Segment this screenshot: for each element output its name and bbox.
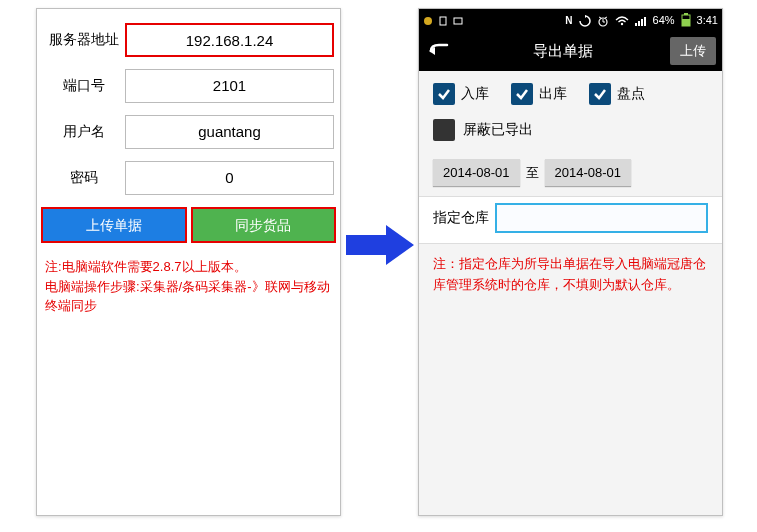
date-from-button[interactable]: 2014-08-01 <box>433 159 520 186</box>
button-row: 上传单据 同步货品 <box>37 201 340 249</box>
svg-line-9 <box>605 17 607 18</box>
input-server[interactable]: 192.168.1.24 <box>125 23 334 57</box>
svg-rect-12 <box>638 21 640 26</box>
check-icon <box>589 83 611 105</box>
input-port[interactable]: 2101 <box>125 69 334 103</box>
back-arrow-icon <box>429 42 451 60</box>
svg-marker-0 <box>346 225 414 265</box>
shield-label: 屏蔽已导出 <box>463 121 533 139</box>
right-phone-export: N 64% 3:41 导出单据 上传 入库 <box>418 8 723 516</box>
svg-point-1 <box>424 17 432 25</box>
row-server: 服务器地址 192.168.1.24 <box>37 9 340 63</box>
date-to-label: 至 <box>526 164 539 182</box>
left-phone-config: 服务器地址 192.168.1.24 端口号 2101 用户名 guantang… <box>36 8 341 516</box>
battery-icon <box>681 13 691 27</box>
row-user: 用户名 guantang <box>37 109 340 155</box>
row-pass: 密码 0 <box>37 155 340 201</box>
check-icon <box>511 83 533 105</box>
status-bar: N 64% 3:41 <box>419 9 722 31</box>
label-port: 端口号 <box>43 77 125 95</box>
unchecked-box-icon <box>433 119 455 141</box>
svg-rect-17 <box>684 13 688 15</box>
upload-bill-button[interactable]: 上传单据 <box>41 207 187 243</box>
checkbox-in-label: 入库 <box>461 85 489 103</box>
checkbox-stock[interactable]: 盘点 <box>589 83 645 105</box>
warehouse-note: 注：指定仓库为所导出单据在导入电脑端冠唐仓库管理系统时的仓库，不填则为默认仓库。 <box>419 244 722 306</box>
upload-button[interactable]: 上传 <box>670 37 716 65</box>
nfc-icon: N <box>565 15 572 26</box>
date-to-button[interactable]: 2014-08-01 <box>545 159 632 186</box>
clock-text: 3:41 <box>697 14 718 26</box>
note-text: 注:电脑端软件需要2.8.7以上版本。 电脑端操作步骤:采集器/条码采集器-》联… <box>37 249 340 324</box>
battery-text: 64% <box>653 14 675 26</box>
svg-rect-16 <box>682 19 690 26</box>
checkbox-in[interactable]: 入库 <box>433 83 489 105</box>
svg-rect-13 <box>641 19 643 26</box>
warehouse-input[interactable] <box>495 203 708 233</box>
label-user: 用户名 <box>43 123 125 141</box>
page-title: 导出单据 <box>455 42 670 61</box>
arrow-icon <box>346 225 414 265</box>
svg-line-8 <box>599 17 601 18</box>
back-button[interactable] <box>425 36 455 66</box>
status-portrait-icon <box>439 14 447 26</box>
sync-goods-button[interactable]: 同步货品 <box>191 207 337 243</box>
checkbox-out-label: 出库 <box>539 85 567 103</box>
svg-rect-11 <box>635 23 637 26</box>
svg-rect-2 <box>440 17 446 25</box>
warehouse-label: 指定仓库 <box>433 209 489 227</box>
checkbox-out[interactable]: 出库 <box>511 83 567 105</box>
input-user[interactable]: guantang <box>125 115 334 149</box>
label-pass: 密码 <box>43 169 125 187</box>
date-row: 2014-08-01 至 2014-08-01 <box>419 149 722 196</box>
alarm-icon <box>597 13 609 26</box>
warehouse-row: 指定仓库 <box>419 197 722 243</box>
svg-point-10 <box>620 23 622 25</box>
checkbox-stock-label: 盘点 <box>617 85 645 103</box>
signal-icon <box>635 14 647 26</box>
svg-rect-14 <box>644 17 646 26</box>
checkbox-shield[interactable]: 屏蔽已导出 <box>419 111 722 149</box>
row-port: 端口号 2101 <box>37 63 340 109</box>
label-server: 服务器地址 <box>43 31 125 49</box>
sync-icon <box>579 13 591 26</box>
wifi-icon <box>615 14 629 26</box>
checkbox-row: 入库 出库 盘点 <box>419 71 722 111</box>
check-icon <box>433 83 455 105</box>
input-pass[interactable]: 0 <box>125 161 334 195</box>
svg-rect-3 <box>454 18 462 24</box>
title-bar: 导出单据 上传 <box>419 31 722 71</box>
status-dot-icon <box>423 14 433 26</box>
status-landscape-icon <box>453 14 463 26</box>
